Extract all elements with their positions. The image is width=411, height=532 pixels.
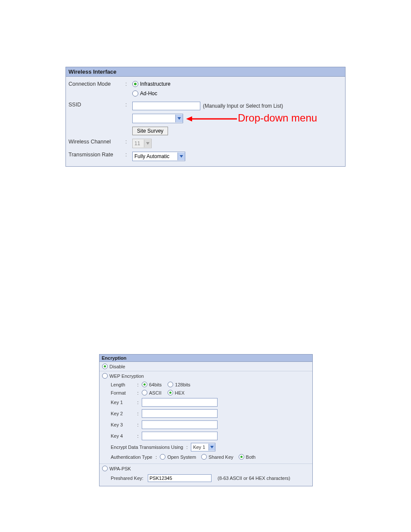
ssid-label: SSID [68,102,125,108]
wep-key3-label: Key 3 [111,422,134,427]
infrastructure-label: Infrastructure [140,81,171,87]
preshared-key-label: Preshared Key: [111,476,146,481]
connection-mode-label: Connection Mode [68,81,125,87]
wep-key2-input[interactable] [142,409,218,418]
auth-type-label: Authentication Type [111,454,152,460]
wireless-channel-select: 11 [132,139,152,148]
wep-hex-label: HEX [175,390,185,395]
adhoc-radio[interactable] [132,90,138,96]
site-survey-button[interactable]: Site Survey [132,127,168,135]
ssid-select[interactable] [132,114,183,123]
wep-radio[interactable] [102,373,108,379]
encrypt-using-label: Encrypt Data Transmissions Using [111,445,183,450]
transmission-rate-label: Transmission Rate [68,152,125,158]
wep-length-label: Length [111,382,134,387]
wep-ascii-label: ASCII [149,390,162,395]
wpa-psk-label: WPA-PSK [109,466,131,471]
wep-key4-input[interactable] [142,432,218,440]
encryption-disable-radio[interactable] [102,364,108,369]
wireless-channel-label: Wireless Channel [68,139,125,145]
preshared-key-hint: (8-63 ASCII or 64 HEX characters) [218,476,290,481]
wep-key1-label: Key 1 [111,400,134,405]
auth-both-radio[interactable] [239,454,244,460]
wep-64bits-radio[interactable] [142,382,147,387]
wep-128bits-label: 128bits [175,382,190,387]
wep-format-label: Format [111,390,134,395]
auth-open-radio[interactable] [160,454,165,460]
wep-128bits-radio[interactable] [168,382,173,387]
transmission-rate-select[interactable]: Fully Automatic [132,152,185,161]
auth-both-label: Both [246,454,256,460]
chevron-down-icon [175,115,183,122]
ssid-input[interactable] [132,102,200,110]
wep-key1-input[interactable] [142,398,218,407]
wep-64bits-label: 64bits [149,382,162,387]
auth-shared-label: Shared Key [209,454,233,460]
wep-ascii-radio[interactable] [142,390,147,395]
infrastructure-radio[interactable] [132,81,138,87]
auth-shared-radio[interactable] [201,454,207,460]
panel-title: Wireless Interface [66,67,345,77]
auth-open-label: Open System [167,454,196,460]
encrypt-using-select[interactable]: Key 1 [191,443,215,451]
preshared-key-input[interactable] [148,474,212,482]
encryption-title: Encryption [100,355,312,362]
annotation-arrow [186,116,237,122]
encryption-disable-label: Disable [109,364,125,369]
chevron-down-icon [177,152,185,160]
chevron-down-icon [209,444,215,451]
wep-key4-label: Key 4 [111,433,134,439]
ssid-hint: (Manually Input or Select from List) [203,103,283,109]
wep-label: WEP Encryption [109,373,144,379]
wep-key3-input[interactable] [142,420,218,429]
wpa-psk-radio[interactable] [102,466,108,471]
wep-hex-radio[interactable] [168,390,173,395]
svg-marker-1 [186,116,192,121]
annotation-text: Drop-down menu [238,112,317,124]
wep-key2-label: Key 2 [111,411,134,416]
adhoc-label: Ad-Hoc [140,90,157,96]
chevron-down-icon [144,140,151,147]
encryption-panel: Encryption Disable WEP Encryption Length… [99,354,313,486]
